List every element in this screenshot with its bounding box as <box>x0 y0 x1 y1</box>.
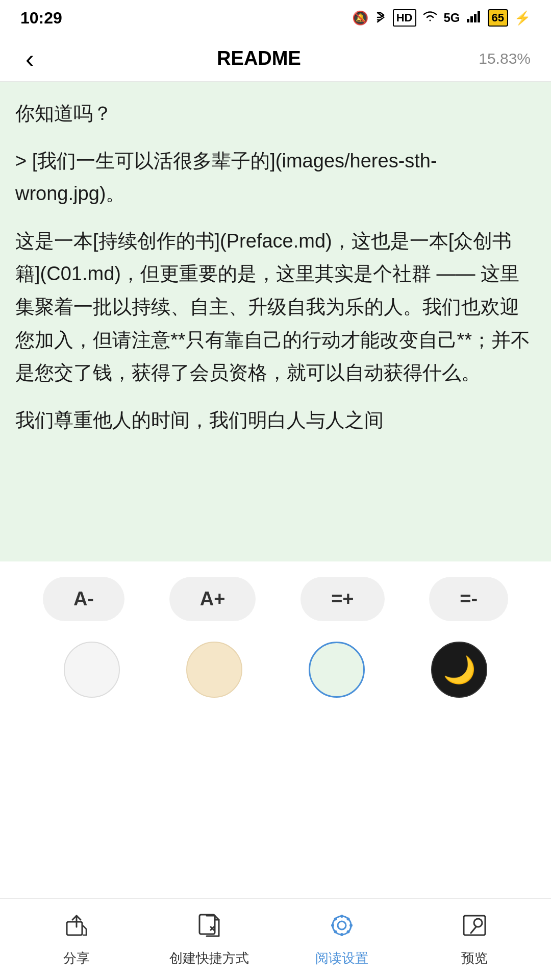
nav-bar: ‹ README 15.83% <box>0 36 551 82</box>
charge-icon: ⚡ <box>514 10 531 26</box>
status-icons: 🔕 HD 5G 65 ⚡ <box>352 9 531 28</box>
status-bar: 10:29 🔕 HD 5G 65 ⚡ <box>0 0 551 36</box>
decrease-spacing-button[interactable]: =- <box>429 577 508 621</box>
mute-icon: 🔕 <box>352 10 368 26</box>
theme-night-button[interactable]: 🌙 <box>431 642 487 698</box>
content-paragraph-4: 我们尊重他人的时间，我们明白人与人之间 <box>15 404 536 437</box>
shortcut-icon <box>195 912 223 945</box>
svg-point-9 <box>340 933 343 936</box>
bottom-nav-share[interactable]: 分享 <box>10 912 143 967</box>
share-label: 分享 <box>63 949 90 967</box>
theme-cream-button[interactable] <box>186 642 242 698</box>
svg-point-12 <box>334 918 337 921</box>
svg-rect-3 <box>478 11 480 22</box>
wifi-icon <box>422 10 438 26</box>
share-icon <box>63 912 90 945</box>
theme-green-button[interactable] <box>309 642 365 698</box>
bottom-nav-preview[interactable]: 预览 <box>408 912 541 967</box>
preview-label: 预览 <box>461 949 488 967</box>
content-blockquote: > [我们一生可以活很多辈子的](images/heres-sth-wrong.… <box>15 144 536 210</box>
bottom-nav-settings[interactable]: 阅读设置 <box>276 912 408 967</box>
svg-point-11 <box>349 924 353 927</box>
svg-rect-2 <box>474 14 477 22</box>
svg-point-8 <box>340 915 343 918</box>
status-time: 10:29 <box>20 9 62 28</box>
svg-rect-0 <box>467 19 469 22</box>
hd-icon: HD <box>393 9 416 27</box>
bluetooth-icon <box>374 9 387 28</box>
shortcut-label: 创建快捷方式 <box>169 949 249 967</box>
svg-rect-4 <box>67 922 82 935</box>
svg-point-17 <box>474 919 482 927</box>
reading-content-area: 你知道吗？ > [我们一生可以活很多辈子的](images/heres-sth-… <box>0 82 551 561</box>
signal-bars-icon <box>466 10 482 27</box>
content-paragraph-3: 这是一本[持续创作的书](Preface.md)，这也是一本[众创书籍](C01… <box>15 225 536 389</box>
settings-label: 阅读设置 <box>315 949 368 967</box>
bottom-nav-shortcut[interactable]: 创建快捷方式 <box>143 912 276 967</box>
battery-icon: 65 <box>488 9 508 27</box>
svg-point-13 <box>347 930 350 934</box>
settings-icon <box>328 912 356 945</box>
moon-icon: 🌙 <box>443 654 476 685</box>
theme-white-button[interactable] <box>64 642 120 698</box>
svg-point-15 <box>334 930 337 934</box>
svg-rect-1 <box>470 16 473 22</box>
reading-progress: 15.83% <box>479 50 531 67</box>
back-button[interactable]: ‹ <box>20 39 39 79</box>
bottom-navigation: 分享 创建快捷方式 <box>0 898 551 980</box>
increase-spacing-button[interactable]: =+ <box>300 577 384 621</box>
svg-point-10 <box>331 924 334 927</box>
svg-rect-5 <box>199 915 215 934</box>
document-title: README <box>217 47 301 69</box>
theme-selector: 🌙 <box>20 642 531 698</box>
signal-icon: 5G <box>444 11 460 25</box>
decrease-font-button[interactable]: A- <box>43 577 124 621</box>
preview-icon <box>461 912 488 945</box>
svg-point-7 <box>338 921 346 929</box>
controls-area: A- A+ =+ =- 🌙 <box>0 561 551 728</box>
svg-point-14 <box>347 918 350 921</box>
font-controls: A- A+ =+ =- <box>20 577 531 621</box>
increase-font-button[interactable]: A+ <box>169 577 256 621</box>
content-paragraph-1: 你知道吗？ <box>15 97 536 130</box>
